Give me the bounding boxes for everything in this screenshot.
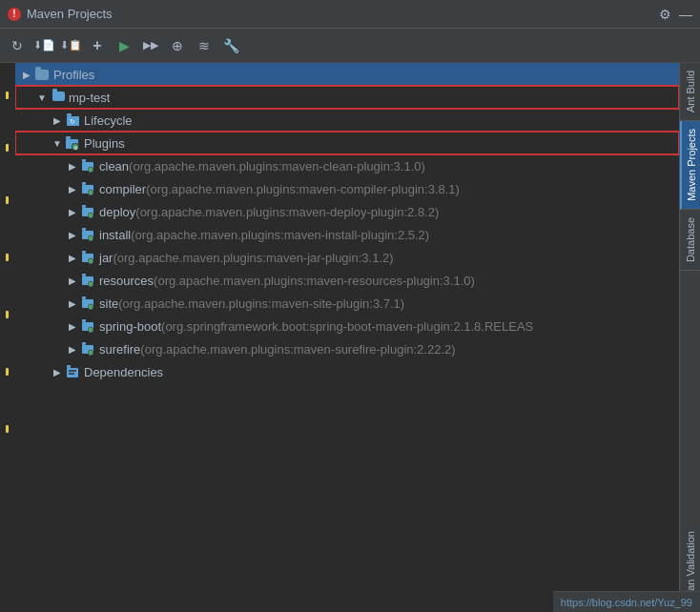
plugin-icon-compiler — [80, 181, 95, 196]
label-spring-boot: spring-boot — [99, 319, 161, 334]
tree-item-compiler[interactable]: ▶ compiler (org.apache.maven.plugins:mav… — [15, 177, 679, 200]
svg-rect-29 — [82, 274, 86, 276]
plugin-icon-resources — [80, 273, 95, 288]
arrow-spring-boot[interactable]: ▶ — [65, 321, 80, 332]
label-mp-test: mp-test — [69, 91, 110, 105]
arrow-clean[interactable]: ▶ — [65, 161, 80, 172]
tree-item-surefire[interactable]: ▶ surefire (org.apache.maven.plugins:mav… — [15, 337, 679, 360]
skip-tests-button[interactable]: ▶▶ — [139, 34, 162, 57]
execute-goals-button[interactable]: ≋ — [193, 34, 216, 57]
tree-item-lifecycle[interactable]: ▶ ↻ Lifecycle — [15, 109, 679, 132]
svg-rect-17 — [82, 205, 86, 208]
label-jar: jar — [99, 251, 113, 265]
right-sidebar: Ant Build Maven Projects Database Bean V… — [679, 63, 700, 612]
tree-item-deploy[interactable]: ▶ deploy (org.apache.maven.plugins:maven… — [15, 200, 679, 223]
detail-jar: (org.apache.maven.plugins:maven-jar-plug… — [113, 251, 393, 265]
add-button[interactable]: + — [86, 34, 109, 57]
download-docs-button[interactable]: ⬇📋 — [59, 34, 82, 57]
header-actions: ⚙ — — [659, 7, 692, 22]
gutter-mark-6 — [6, 368, 9, 376]
svg-rect-44 — [67, 368, 78, 377]
detail-clean: (org.apache.maven.plugins:maven-clean-pl… — [129, 159, 425, 173]
label-resources: resources — [99, 274, 154, 288]
status-url: https://blog.csdn.net/Yuz_99 — [561, 597, 692, 608]
settings-icon[interactable]: ⚙ — [659, 7, 671, 22]
arrow-deploy[interactable]: ▶ — [65, 207, 80, 217]
detail-deploy: (org.apache.maven.plugins:maven-deploy-p… — [135, 205, 439, 219]
left-gutter — [0, 63, 15, 612]
gutter-mark-1 — [6, 92, 9, 99]
detail-surefire: (org.apache.maven.plugins:maven-surefire… — [140, 342, 455, 357]
svg-rect-9 — [82, 159, 86, 162]
minimize-icon[interactable]: — — [679, 7, 692, 22]
tree-item-mp-test[interactable]: ▼ mp-test — [15, 86, 679, 109]
tree-panel: ▶ Profiles ▼ mp-test ▶ — [15, 63, 679, 612]
svg-rect-13 — [82, 182, 86, 185]
detail-site: (org.apache.maven.plugins:maven-site-plu… — [118, 296, 404, 311]
tab-maven-projects[interactable]: Maven Projects — [680, 121, 700, 210]
gutter-mark-4 — [6, 254, 9, 261]
reload-button[interactable]: ↻ — [6, 34, 29, 57]
svg-point-23 — [89, 236, 93, 241]
detail-compiler: (org.apache.maven.plugins:maven-compiler… — [146, 182, 460, 196]
arrow-resources[interactable]: ▶ — [65, 275, 80, 286]
tab-ant-build[interactable]: Ant Build — [680, 63, 700, 121]
tree-item-spring-boot[interactable]: ▶ spring-boot (org.springframework.boot:… — [15, 315, 679, 337]
gutter-mark-5 — [6, 311, 9, 318]
download-sources-button[interactable]: ⬇📄 — [32, 34, 55, 57]
arrow-mp-test[interactable]: ▼ — [34, 92, 50, 103]
svg-point-35 — [89, 305, 93, 310]
arrow-site[interactable]: ▶ — [65, 298, 80, 309]
gutter-mark-2 — [6, 144, 9, 152]
arrow-dependencies[interactable]: ▶ — [50, 367, 65, 377]
label-clean: clean — [99, 159, 129, 173]
svg-point-11 — [89, 168, 93, 173]
arrow-surefire[interactable]: ▶ — [65, 344, 80, 355]
svg-rect-25 — [82, 251, 86, 254]
label-compiler: compiler — [99, 182, 146, 196]
svg-point-39 — [89, 328, 93, 333]
label-surefire: surefire — [99, 342, 140, 357]
tree-item-clean[interactable]: ▶ clean (org.apache.maven.plugins:maven-… — [15, 154, 679, 177]
svg-point-15 — [89, 191, 93, 195]
tree-item-install[interactable]: ▶ install (org.apache.maven.plugins:mave… — [15, 223, 679, 246]
arrow-lifecycle[interactable]: ▶ — [50, 115, 65, 126]
arrow-jar[interactable]: ▶ — [65, 253, 80, 263]
plugin-icon-jar — [80, 250, 95, 265]
arrow-compiler[interactable]: ▶ — [65, 184, 80, 194]
svg-rect-41 — [82, 342, 86, 345]
svg-point-43 — [89, 351, 93, 356]
project-icon-mp-test — [50, 90, 65, 105]
label-install: install — [99, 228, 131, 242]
svg-point-27 — [89, 259, 93, 264]
svg-rect-1 — [67, 113, 72, 116]
tree-item-plugins[interactable]: ▼ ⚙ Plugins — [15, 132, 679, 154]
plugin-icon-deploy — [80, 204, 95, 219]
settings-button[interactable]: 🔧 — [219, 34, 242, 57]
toolbar: ↻ ⬇📄 ⬇📋 + ▶ ▶▶ ⊕ ≋ 🔧 — [0, 29, 700, 63]
arrow-plugins[interactable]: ▼ — [50, 138, 65, 149]
tree-item-jar[interactable]: ▶ jar (org.apache.maven.plugins:maven-ja… — [15, 246, 679, 269]
tree-item-resources[interactable]: ▶ resources (org.apache.maven.plugins:ma… — [15, 269, 679, 292]
status-bar: https://blog.csdn.net/Yuz_99 — [553, 591, 700, 612]
tree-item-dependencies[interactable]: ▶ Dependencies — [15, 360, 679, 383]
arrow-install[interactable]: ▶ — [65, 230, 80, 240]
panel-title: Maven Projects — [27, 7, 113, 21]
arrow-profiles[interactable]: ▶ — [19, 70, 34, 80]
plugin-icon-surefire — [80, 341, 95, 357]
gutter-mark-7 — [6, 425, 9, 433]
run-button[interactable]: ▶ — [113, 34, 135, 57]
tree-item-profiles[interactable]: ▶ Profiles — [15, 63, 679, 86]
tree-item-site[interactable]: ▶ site (org.apache.maven.plugins:maven-s… — [15, 292, 679, 315]
label-profiles: Profiles — [53, 68, 94, 82]
label-plugins: Plugins — [84, 136, 125, 151]
svg-point-31 — [89, 282, 93, 287]
svg-rect-45 — [67, 365, 71, 368]
plugin-icon-site — [80, 296, 95, 311]
toggle-offline-button[interactable]: ⊕ — [166, 34, 189, 57]
lifecycle-icon: ↻ — [65, 112, 80, 128]
svg-rect-4 — [66, 136, 71, 139]
tab-database-label: Database — [685, 217, 696, 262]
main-content: ▶ Profiles ▼ mp-test ▶ — [0, 63, 700, 612]
tab-database[interactable]: Database — [680, 210, 700, 271]
